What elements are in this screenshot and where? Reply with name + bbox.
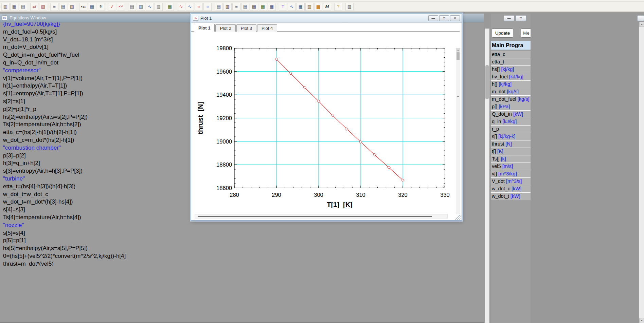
child-restore-button[interactable]: □ — [516, 15, 526, 21]
table-format-icon[interactable]: ▦ — [297, 3, 305, 11]
copy-icon[interactable]: ▧ — [39, 3, 47, 11]
variable-row[interactable]: p[] [kPa] — [491, 103, 531, 111]
image-icon[interactable]: ▨ — [155, 3, 163, 11]
curve-fit-icon[interactable]: ▥ — [223, 3, 232, 11]
variable-row[interactable]: hs[] [kj/kg] — [491, 66, 531, 73]
bar-plot-icon[interactable]: ≈ — [203, 3, 212, 11]
methods-button[interactable]: Me — [521, 28, 531, 38]
plot-client-area: Plot 1Plot 2Plot 3Plot 4 280290300310320… — [191, 23, 462, 220]
variable-row[interactable]: etta_c — [491, 51, 531, 58]
tab-plot-1[interactable]: Plot 1 — [194, 24, 215, 32]
variable-row[interactable]: m_dot_fuel [kg/s] — [491, 96, 531, 103]
update-button[interactable]: Update — [492, 28, 513, 38]
data-list-icon[interactable]: ▤ — [241, 3, 249, 11]
scroll-up-icon[interactable]: ▲ — [639, 22, 644, 27]
min-max-icon[interactable]: ▥ — [137, 3, 145, 11]
right-edge-scrollbar[interactable]: ▲ ▼ — [639, 22, 644, 323]
variable-name: Q_dot_in — [492, 111, 512, 117]
main-program-header: Main Progra — [491, 41, 531, 50]
new-plot-icon[interactable]: ∿ — [177, 3, 185, 11]
unit-system-icon[interactable]: SI — [97, 3, 105, 11]
open-icon[interactable]: ▥ — [1, 3, 10, 11]
variable-row[interactable]: hv_fuel [kJ/kg] — [491, 73, 531, 81]
regression-icon[interactable]: ≡ — [232, 3, 240, 11]
bar-chart-icon[interactable]: ▆ — [314, 3, 322, 11]
minimize-button[interactable]: — — [428, 15, 438, 21]
help-icon[interactable]: ? — [334, 3, 342, 11]
variable-unit: [k] — [500, 156, 506, 162]
print-icon[interactable]: ▤ — [19, 3, 27, 11]
variable-row[interactable]: Ts[] [k] — [491, 155, 531, 163]
check-format-icon[interactable]: ✓✓ — [117, 3, 125, 11]
text-format-icon[interactable]: T — [279, 3, 287, 11]
toolbar-separator — [343, 3, 345, 11]
plot-horizontal-scrollbar[interactable] — [195, 214, 448, 218]
plot-window-icon: ∿ — [193, 16, 198, 21]
plot-window: ∿ Plot 1 — □ × Plot 1Plot 2Plot 3Plot 4 … — [191, 14, 462, 221]
scrollbar-thumb[interactable] — [198, 216, 432, 217]
plot-vertical-scrollbar[interactable]: ▲ — [456, 48, 460, 214]
parametric-table-icon[interactable]: ▦ — [88, 3, 96, 11]
screen: ▥▦▤⇄▧≡▤▥xyz▦SI✓✓✓▤▥∿▨▦∿∿≈≈▤▥≡▤▦▦▦T∿▦▨▆M?… — [0, 0, 644, 323]
partial-window-button[interactable] — [637, 15, 644, 21]
variable-row[interactable]: Q_dot_in [kW] — [491, 111, 531, 118]
lookup-table-icon[interactable]: ▦ — [250, 3, 258, 11]
calculator-icon[interactable]: ▨ — [345, 3, 354, 11]
overlay-plot-icon[interactable]: ∿ — [186, 3, 194, 11]
plot-format-icon[interactable]: ∿ — [288, 3, 296, 11]
grid-icon[interactable]: ▦ — [259, 3, 267, 11]
uncertainty-icon[interactable]: ∿ — [146, 3, 154, 11]
scrollbar-thumb[interactable] — [485, 65, 489, 99]
equations-icon[interactable]: ≡ — [50, 3, 58, 11]
variable-row[interactable]: thrust [N] — [491, 140, 531, 148]
plot-window-titlebar[interactable]: ∿ Plot 1 — □ × — [191, 14, 462, 23]
svg-text:18600: 18600 — [216, 185, 232, 191]
variable-row[interactable]: etta_t — [491, 58, 531, 66]
solution-icon[interactable]: ▥ — [68, 3, 76, 11]
units-icon[interactable]: M — [323, 3, 331, 11]
maximize-button[interactable]: □ — [439, 15, 449, 21]
tab-plot-4[interactable]: Plot 4 — [257, 24, 277, 32]
variable-row[interactable]: r_p — [491, 126, 531, 133]
equations-scrollbar[interactable] — [485, 28, 489, 323]
variable-row[interactable]: h[] [kj/kg] — [491, 81, 531, 88]
variable-row[interactable]: w_dot_c [kW] — [491, 185, 531, 193]
variable-name: v[] — [492, 171, 497, 176]
variable-unit: [m^3/s] — [505, 178, 522, 184]
variable-name: h[] — [492, 81, 497, 87]
variable-row[interactable]: t[] [K] — [491, 148, 531, 155]
new-table-icon[interactable]: ▦ — [166, 3, 174, 11]
child-minimize-button[interactable]: — — [504, 15, 514, 21]
variable-name: vel5 — [492, 164, 501, 169]
variable-row[interactable]: vel5 [m/s] — [491, 163, 531, 170]
variable-name: Ts[] — [492, 156, 500, 162]
tab-plot-2[interactable]: Plot 2 — [215, 24, 235, 32]
save-icon[interactable]: ▦ — [10, 3, 18, 11]
scroll-up-icon[interactable]: ▲ — [456, 48, 460, 52]
variable-row[interactable]: q_in [kJ/kg] — [491, 118, 531, 126]
sheet-icon[interactable]: ▦ — [268, 3, 276, 11]
arrays-icon[interactable]: xyz — [79, 3, 87, 11]
variable-row[interactable]: s[] [kj/kg-k] — [491, 133, 531, 140]
variable-unit: [kPa] — [497, 104, 510, 109]
variable-row[interactable]: v[] [m^3/kg] — [491, 170, 531, 178]
formatted-equations-icon[interactable]: ▤ — [59, 3, 67, 11]
scrollbar-thumb[interactable] — [457, 52, 460, 60]
variable-row[interactable]: m_dot [kg/s] — [491, 88, 531, 96]
thrust-plot: 2802903003103203301860018800190001920019… — [192, 32, 461, 217]
variable-row[interactable]: w_dot_t [kW] — [491, 193, 531, 200]
merge-icon[interactable]: ⇄ — [30, 3, 38, 11]
scroll-down-icon[interactable]: ▼ — [639, 318, 644, 323]
tab-plot-3[interactable]: Plot 3 — [236, 24, 256, 32]
picture-icon[interactable]: ▨ — [305, 3, 314, 11]
variable-name: m_dot — [492, 89, 505, 94]
equation-line: hs[5]=enthalpy(Air,s=s[5],P=P[5]) — [3, 245, 484, 252]
variable-row[interactable]: V_dot [m^3/s] — [491, 178, 531, 185]
check-solve-icon[interactable]: ✓ — [108, 3, 116, 11]
polar-plot-icon[interactable]: ≈ — [195, 3, 203, 11]
variables-list: etta_cetta_ths[] [kj/kg]hv_fuel [kJ/kg]h… — [491, 51, 531, 200]
close-button[interactable]: × — [450, 15, 460, 21]
window-resize-grip[interactable] — [455, 215, 461, 220]
property-plot-icon[interactable]: ▤ — [215, 3, 223, 11]
solve-icon[interactable]: ▤ — [128, 3, 136, 11]
